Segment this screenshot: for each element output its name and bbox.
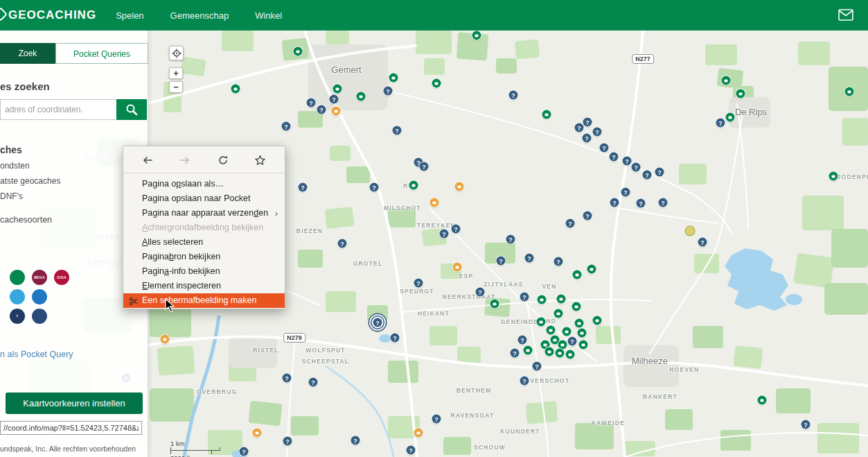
cache-marker[interactable]	[430, 198, 439, 207]
nav-gemeenschap[interactable]: Gemeenschap	[170, 10, 229, 21]
cache-marker[interactable]	[572, 302, 581, 311]
context-menu-item[interactable]: Alles selecteren	[123, 235, 285, 250]
cache-marker[interactable]: ?	[307, 98, 316, 107]
cache-marker[interactable]: ?	[583, 118, 592, 127]
cache-marker[interactable]: ?	[440, 230, 449, 239]
nav-spelen[interactable]: Spelen	[116, 10, 143, 21]
cache-marker[interactable]	[294, 47, 303, 56]
context-menu-item[interactable]: Element inspecteren	[123, 279, 285, 293]
cache-marker[interactable]: ?	[568, 337, 577, 346]
cache-marker[interactable]: ?	[299, 183, 308, 192]
cache-marker[interactable]	[566, 350, 575, 359]
cache-marker[interactable]: ?	[623, 157, 632, 166]
cache-marker[interactable]	[161, 335, 170, 344]
cache-marker[interactable]: ?	[655, 168, 664, 177]
cache-marker[interactable]	[455, 182, 464, 191]
cache-marker[interactable]: ?	[283, 437, 292, 446]
cache-type-icon[interactable]	[32, 309, 47, 324]
cache-marker[interactable]	[333, 85, 342, 94]
cache-marker[interactable]	[845, 87, 854, 96]
cache-marker[interactable]: ?	[801, 420, 811, 429]
cache-marker[interactable]: ?	[593, 128, 602, 137]
cache-marker[interactable]	[547, 326, 556, 335]
cache-marker[interactable]	[231, 85, 240, 94]
cache-marker[interactable]: ?	[317, 105, 326, 114]
cache-marker[interactable]: ?	[330, 95, 339, 104]
cache-marker[interactable]	[829, 172, 838, 181]
cache-marker[interactable]	[389, 74, 398, 83]
context-menu-item[interactable]: Pagina-info bekijken	[123, 264, 285, 279]
cache-marker[interactable]: ?	[716, 119, 725, 128]
cache-type-icon[interactable]: GIGA	[54, 270, 69, 285]
cache-marker[interactable]: ?	[497, 257, 506, 266]
context-menu-item[interactable]: Pagina opslaan als…	[123, 177, 285, 191]
cache-marker[interactable]: ?	[452, 225, 461, 234]
messages-button[interactable]	[838, 9, 853, 24]
nav-winkel[interactable]: Winkel	[255, 10, 282, 21]
cache-marker[interactable]: ?	[525, 254, 534, 263]
cache-marker[interactable]	[432, 79, 441, 88]
cache-marker[interactable]	[575, 319, 584, 328]
cache-marker[interactable]: ?	[414, 279, 423, 288]
cache-marker[interactable]: ?	[533, 362, 542, 371]
cache-marker[interactable]: ?	[566, 219, 575, 228]
cache-marker[interactable]: ?	[240, 447, 249, 456]
cache-marker[interactable]	[726, 113, 735, 122]
search-input[interactable]	[0, 99, 116, 120]
context-menu-item[interactable]: Een schermafbeelding maken	[123, 293, 285, 308]
cache-marker[interactable]	[538, 295, 547, 304]
cache-marker[interactable]: ?	[282, 122, 291, 131]
cache-marker[interactable]	[490, 300, 499, 309]
cache-marker[interactable]	[453, 263, 462, 272]
cache-marker[interactable]	[472, 31, 481, 40]
cache-marker[interactable]: ?	[506, 235, 515, 244]
geocaching-logo[interactable]: GEOCACHING	[8, 8, 96, 22]
cache-marker[interactable]	[579, 340, 588, 350]
cache-marker[interactable]: ?	[309, 378, 318, 387]
cache-marker[interactable]	[357, 92, 366, 101]
cache-marker[interactable]	[593, 316, 602, 325]
tab-zoek[interactable]: Zoek	[0, 43, 55, 64]
cache-type-icon[interactable]: MEGA	[32, 270, 47, 285]
cache-marker[interactable]: ?	[583, 212, 592, 221]
cache-marker[interactable]: ?	[511, 349, 520, 358]
cache-marker[interactable]	[722, 76, 731, 85]
cache-marker[interactable]	[253, 429, 262, 438]
cache-marker[interactable]	[758, 396, 767, 405]
map-preferences-button[interactable]: Kaartvoorkeuren instellen	[6, 393, 143, 414]
cache-marker[interactable]: ?	[632, 163, 641, 172]
cache-marker[interactable]	[587, 265, 596, 274]
cache-marker[interactable]	[578, 329, 587, 338]
cache-marker[interactable]: ?	[575, 123, 584, 132]
cache-marker[interactable]: ?	[393, 126, 402, 135]
context-menu-item[interactable]: Pagina opslaan naar Pocket	[123, 191, 285, 206]
context-menu-item[interactable]: Pagina naar apparaat verzenden›	[123, 206, 285, 221]
cache-marker[interactable]	[524, 346, 533, 355]
cache-marker[interactable]	[686, 227, 695, 236]
cache-marker[interactable]	[414, 429, 423, 438]
cache-marker[interactable]: ?	[407, 446, 416, 455]
cache-marker[interactable]: ?	[520, 377, 529, 386]
cache-marker[interactable]: ?	[621, 188, 630, 197]
tab-pocket-queries[interactable]: Pocket Queries	[55, 43, 148, 64]
cache-marker[interactable]: ?	[659, 198, 668, 207]
cache-marker[interactable]: ?	[420, 162, 429, 171]
cache-marker[interactable]	[556, 349, 565, 358]
cache-marker[interactable]: ?	[384, 87, 393, 96]
cache-marker[interactable]: ?	[518, 336, 527, 345]
zoom-out-button[interactable]: −	[169, 81, 183, 93]
cache-marker[interactable]: ?	[554, 257, 563, 266]
cache-marker[interactable]: ?	[283, 374, 292, 383]
context-menu-item[interactable]: Paginabron bekijken	[123, 250, 285, 264]
cache-marker[interactable]: ?	[698, 238, 707, 247]
cache-type-icon[interactable]: ?	[10, 309, 25, 324]
map-url-input[interactable]	[0, 421, 142, 435]
cache-type-icon[interactable]	[10, 289, 25, 304]
cache-marker[interactable]	[554, 309, 563, 318]
cache-marker[interactable]: ?	[432, 415, 441, 424]
cache-marker[interactable]	[573, 270, 582, 279]
cache-marker[interactable]	[736, 89, 745, 98]
cache-marker[interactable]	[557, 295, 566, 304]
cache-marker[interactable]: ?	[610, 198, 619, 207]
reload-button[interactable]	[215, 153, 231, 167]
